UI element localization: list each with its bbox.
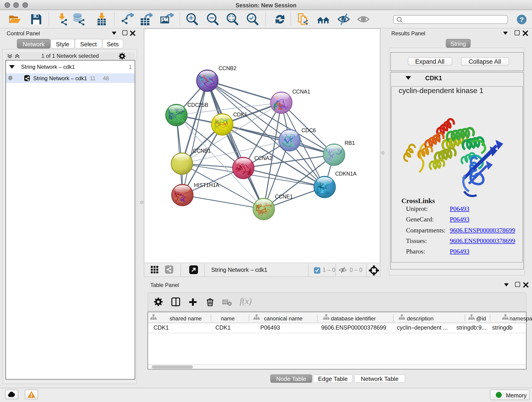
svg-text:CCNB2: CCNB2 (219, 65, 236, 71)
svg-text:CDKN1A: CDKN1A (335, 171, 357, 177)
svg-text:CCNA2: CCNA2 (254, 155, 272, 161)
svg-text:HIST1H1A: HIST1H1A (194, 182, 220, 188)
svg-text:CCNB1: CCNB1 (193, 148, 211, 154)
svg-text:CDC6: CDC6 (302, 128, 316, 133)
svg-text:CCNE1: CCNE1 (275, 194, 293, 200)
svg-text:CCNA1: CCNA1 (292, 89, 310, 95)
svg-text:CDC25B: CDC25B (187, 102, 208, 108)
svg-text:RB1: RB1 (345, 140, 355, 146)
svg-text:CDK1: CDK1 (233, 112, 247, 118)
